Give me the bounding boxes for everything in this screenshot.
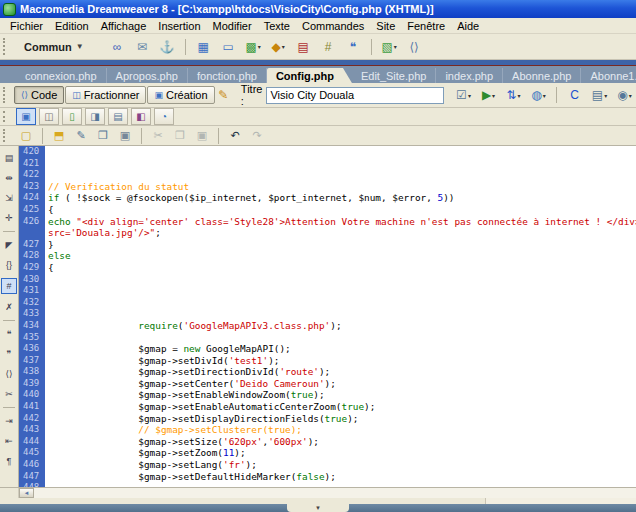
menu-item-insertion[interactable]: Insertion (152, 19, 206, 33)
indent-code-icon[interactable]: ⇥ (2, 414, 16, 428)
render-tv-icon[interactable]: ◧ (131, 108, 151, 125)
media-icon[interactable]: ◆▾ (267, 36, 290, 57)
code-text[interactable]: src='Douala.jpg'/>"; (45, 227, 636, 239)
insert-div-icon[interactable]: ▭ (217, 36, 240, 57)
panel-collapse-button[interactable]: ▼ (287, 504, 349, 512)
file-tab-connexion.php[interactable]: connexion.php (16, 68, 107, 83)
server-include-icon[interactable]: # (317, 36, 340, 57)
code-view-button[interactable]: ⟨⟩ Code (14, 86, 64, 104)
code-text[interactable]: $gmap->setCenter('Deido Cameroun'); (45, 378, 636, 390)
email-link-icon[interactable]: ✉ (131, 36, 154, 57)
code-text[interactable] (45, 158, 636, 170)
open-file-icon[interactable]: ⬒ (49, 128, 69, 144)
toolbar-grip[interactable] (3, 129, 10, 142)
code-text[interactable]: echo "<div align='center' class='Style28… (45, 216, 636, 228)
copy-icon[interactable]: ❐ (170, 128, 190, 144)
render-projection-icon[interactable]: ◨ (85, 108, 105, 125)
server-debug-icon[interactable]: ✎ (216, 85, 231, 106)
open-documents-icon[interactable]: ▤ (2, 151, 16, 165)
new-file-icon[interactable]: ▢ (16, 128, 36, 144)
code-text[interactable] (45, 146, 636, 158)
named-anchor-icon[interactable]: ⚓ (156, 36, 179, 57)
toolbar-grip[interactable] (3, 87, 10, 104)
code-text[interactable]: if ( !$sock = @fsockopen($ip_internet, $… (45, 192, 636, 204)
menu-item-modifier[interactable]: Modifier (207, 19, 258, 33)
wrap-tag-icon[interactable]: ⟨⟩ (2, 367, 16, 381)
code-text[interactable] (45, 297, 636, 309)
menu-item-commandes[interactable]: Commandes (296, 19, 370, 33)
date-icon[interactable]: ▤ (292, 36, 315, 57)
preview-browser-icon[interactable]: ◍▾ (527, 85, 550, 106)
line-numbers-icon[interactable]: # (1, 278, 17, 294)
menu-item-affichage[interactable]: Affichage (95, 19, 153, 33)
menu-item-aide[interactable]: Aide (451, 19, 485, 33)
code-text[interactable]: $gmap->setEnableWindowZoom(true); (45, 389, 636, 401)
template-icon[interactable]: ▧▾ (378, 36, 401, 57)
expand-all-icon[interactable]: ✛ (2, 211, 16, 225)
code-text[interactable] (45, 285, 636, 297)
comment-icon[interactable]: ❝ (342, 36, 365, 57)
code-text[interactable]: $gmap->setEnableAutomaticCenterZoom(true… (45, 401, 636, 413)
remove-comment-icon[interactable]: ❞ (2, 347, 16, 361)
code-text[interactable]: require('GoogleMapAPIv3.class.php'); (45, 320, 636, 332)
tag-chooser-icon[interactable]: ⟨⟩ (403, 36, 426, 57)
design-view-button[interactable]: ▣ Création (147, 86, 214, 104)
code-text[interactable] (45, 169, 636, 181)
code-text[interactable]: $gmap = new GoogleMapAPI(); (45, 343, 636, 355)
save-all-icon[interactable]: ❐ (93, 128, 113, 144)
code-text[interactable]: $gmap->setDefaultHideMarker(false); (45, 471, 636, 483)
toolbar-grip[interactable] (3, 111, 10, 123)
document-title-input[interactable] (266, 87, 444, 104)
code-text[interactable]: $gmap->setDivId('test1'); (45, 355, 636, 367)
file-tab-Abonne1.php[interactable]: Abonne1.php (581, 68, 636, 83)
toggle-css-icon[interactable]: ◔ (154, 108, 174, 125)
apply-comment-icon[interactable]: ❝ (2, 327, 16, 341)
table-icon[interactable]: ▦ (192, 36, 215, 57)
split-view-button[interactable]: ◫ Fractionner (65, 86, 146, 104)
scrollbar-track[interactable] (34, 488, 636, 498)
file-tab-Edit_Site.php[interactable]: Edit_Site.php (352, 68, 436, 83)
paste-icon[interactable]: ▣ (192, 128, 212, 144)
menu-item-fenêtre[interactable]: Fenêtre (401, 19, 451, 33)
insert-category-dropdown[interactable]: Commun ▼ (14, 39, 92, 55)
file-tab-fonction.php[interactable]: fonction.php (188, 68, 267, 83)
cut-icon[interactable]: ✂ (148, 128, 168, 144)
outdent-code-icon[interactable]: ⇤ (2, 434, 16, 448)
code-text[interactable] (45, 308, 636, 320)
code-text[interactable]: { (45, 262, 636, 274)
code-text[interactable] (45, 332, 636, 344)
horizontal-scrollbar[interactable]: ◂ (0, 487, 636, 498)
file-tab-Apropos.php[interactable]: Apropos.php (107, 68, 188, 83)
check-page-icon[interactable]: ☑▾ (452, 85, 475, 106)
code-text[interactable]: } (45, 239, 636, 251)
menu-item-edition[interactable]: Edition (49, 19, 95, 33)
recent-snippets-icon[interactable]: ✂ (2, 387, 16, 401)
menu-item-site[interactable]: Site (370, 19, 401, 33)
code-text[interactable]: $gmap->setSize('620px','600px'); (45, 436, 636, 448)
render-print-icon[interactable]: ◫ (39, 108, 59, 125)
format-source-icon[interactable]: ¶ (2, 454, 16, 468)
image-icon[interactable]: ▩▾ (242, 36, 265, 57)
view-options-icon[interactable]: ▤▾ (588, 85, 611, 106)
menu-item-texte[interactable]: Texte (258, 19, 296, 33)
code-text[interactable]: { (45, 204, 636, 216)
code-text[interactable]: $gmap->setZoom(11); (45, 447, 636, 459)
code-text[interactable]: // Verification du statut (45, 181, 636, 193)
collapse-full-tag-icon[interactable]: ⇹ (2, 171, 16, 185)
select-parent-tag-icon[interactable]: ◤ (2, 238, 16, 252)
menu-item-fichier[interactable]: Fichier (4, 19, 49, 33)
hyperlink-icon[interactable]: ∞ (106, 36, 129, 57)
render-screen-icon[interactable]: ▣ (16, 108, 36, 125)
save-icon[interactable]: ✎ (71, 128, 91, 144)
code-text[interactable]: $gmap->setLang('fr'); (45, 459, 636, 471)
validate-markup-icon[interactable]: ▶▾ (477, 85, 500, 106)
redo-icon[interactable]: ↷ (247, 128, 267, 144)
print-code-icon[interactable]: ▣ (115, 128, 135, 144)
toolbar-grip[interactable] (3, 38, 10, 56)
render-handheld-icon[interactable]: ▯ (62, 108, 82, 125)
file-management-icon[interactable]: ⇅▾ (502, 85, 525, 106)
render-tty-icon[interactable]: ▤ (108, 108, 128, 125)
highlight-invalid-code-icon[interactable]: ✗ (2, 300, 16, 314)
code-text[interactable]: // $gmap->setClusterer(true); (45, 424, 636, 436)
visual-aids-icon[interactable]: ◉▾ (613, 85, 636, 106)
